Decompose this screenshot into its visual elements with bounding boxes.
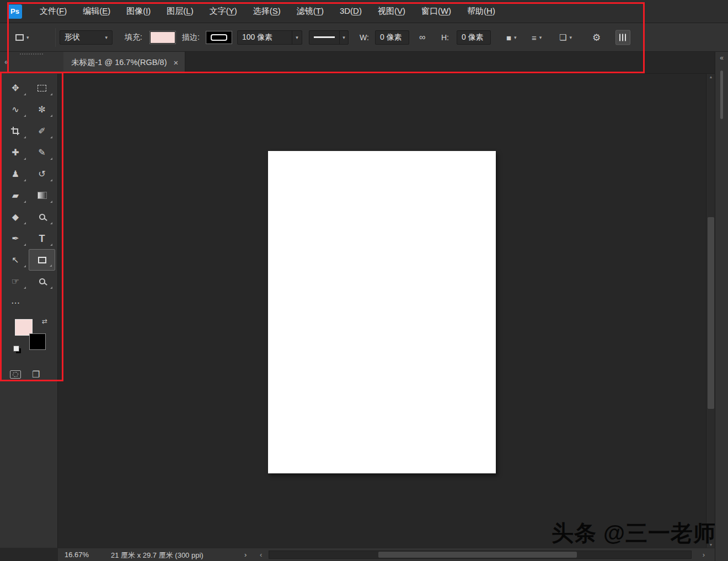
chevron-down-icon: ▾	[514, 35, 517, 40]
ellipsis-tool-icon: ⋯	[11, 299, 20, 308]
brush-tool[interactable]: ✎	[29, 142, 55, 163]
chevron-down-icon[interactable]: ▾	[339, 31, 348, 44]
background-color-swatch[interactable]	[29, 333, 46, 350]
document-tab[interactable]: 未标题-1 @ 16.7%(RGB/8) ×	[63, 52, 185, 73]
status-menu-chevron-icon[interactable]: ›	[244, 551, 247, 559]
type-tool-icon: T	[39, 234, 45, 244]
menu-item-v[interactable]: 视图(V)	[378, 6, 405, 17]
tool-panel-bottom: ❐	[0, 366, 57, 382]
path-arrangement-icon: ❏	[559, 33, 566, 42]
gradient-tool[interactable]	[29, 185, 55, 206]
current-tool-icon	[15, 34, 24, 41]
stroke-preview-icon	[211, 34, 227, 41]
color-controls: ⇄	[0, 319, 57, 365]
hand-tool[interactable]: ☞	[2, 271, 29, 292]
screen-mode-button[interactable]: ❐	[32, 369, 40, 380]
pen-tool[interactable]: ✒	[2, 228, 29, 249]
fill-label: 填充:	[125, 33, 142, 42]
dock-scrollbar-thumb[interactable]	[720, 71, 723, 119]
tool-panel-header: «	[0, 52, 63, 74]
menu-item-w[interactable]: 窗口(W)	[421, 6, 451, 17]
scroll-left-icon[interactable]: ‹	[260, 551, 262, 559]
stroke-style-select[interactable]: ▾	[309, 30, 349, 45]
menu-item-s[interactable]: 选择(S)	[253, 6, 281, 17]
width-input[interactable]: 0 像素	[375, 30, 409, 45]
path-arrangement-button[interactable]: ❏ ▾	[559, 33, 572, 42]
vertical-scrollbar[interactable]: ▲ ▼	[706, 74, 715, 548]
dodge-tool-icon	[39, 214, 45, 220]
stroke-style-preview-icon	[314, 36, 335, 38]
close-tab-icon[interactable]: ×	[173, 58, 178, 67]
link-dimensions-icon[interactable]: ∞	[419, 33, 425, 42]
menu-item-i[interactable]: 图像(I)	[126, 6, 151, 17]
spot-healing-brush-tool[interactable]: ✚	[2, 142, 29, 163]
swap-colors-icon[interactable]: ⇄	[42, 317, 47, 325]
magic-wand-tool[interactable]: ✼	[29, 99, 55, 120]
height-input[interactable]: 0 像素	[457, 30, 491, 45]
menu-item-l[interactable]: 图层(L)	[167, 6, 193, 17]
eraser-tool-icon: ▰	[12, 191, 19, 200]
crop-tool[interactable]	[2, 120, 29, 142]
menu-item-f[interactable]: 文件(F)	[40, 6, 67, 17]
shape-mode-select[interactable]: 形状 ▾	[60, 30, 113, 45]
width-label: W:	[360, 33, 369, 42]
stroke-color-swatch[interactable]	[206, 31, 232, 44]
blur-tool[interactable]: ◆	[2, 206, 29, 228]
menu-item-t[interactable]: 滤镜(T)	[297, 6, 324, 17]
menu-item-y[interactable]: 文字(Y)	[210, 6, 237, 17]
stroke-width-combo[interactable]: 100 像素 ▾	[237, 30, 302, 45]
options-bar: ▾ 形状 ▾ 填充: 描边: 100 像素 ▾ ▾ W: 0 像素 ∞ H: 0…	[0, 23, 728, 52]
document-canvas[interactable]	[268, 151, 496, 473]
tool-preset-picker[interactable]: ▾	[15, 34, 29, 41]
fill-color-swatch[interactable]	[150, 31, 175, 44]
panel-grip[interactable]	[20, 53, 43, 55]
scroll-up-icon[interactable]: ▲	[706, 75, 715, 79]
eraser-tool[interactable]: ▰	[2, 185, 29, 206]
stroke-width-value: 100 像素	[238, 31, 292, 44]
default-colors-icon[interactable]	[13, 346, 22, 354]
tool-settings-button[interactable]: ⚙	[592, 31, 601, 43]
type-tool[interactable]: T	[29, 228, 55, 249]
document-tab-title: 未标题-1 @ 16.7%(RGB/8)	[71, 57, 167, 68]
horizontal-scrollbar[interactable]	[269, 551, 692, 559]
menu-items: 文件(F)编辑(E)图像(I)图层(L)文字(Y)选择(S)滤镜(T)3D(D)…	[40, 6, 511, 17]
tool-grid: ✥∿✼✐✚✎♟↺▰◆✒T↖☞⋯	[0, 74, 57, 314]
lasso-tool[interactable]: ∿	[2, 99, 29, 120]
menu-item-h[interactable]: 帮助(H)	[467, 6, 495, 17]
magic-wand-tool-icon: ✼	[38, 105, 45, 114]
horizontal-scrollbar-thumb[interactable]	[378, 552, 577, 558]
ellipsis-tool[interactable]: ⋯	[2, 292, 29, 314]
rectangular-marquee-tool[interactable]	[29, 77, 55, 99]
lasso-tool-icon: ∿	[12, 105, 19, 114]
path-selection-tool[interactable]: ↖	[2, 249, 29, 271]
zoom-level-field[interactable]: 16.67%	[65, 551, 89, 559]
status-bar: 16.67% 21 厘米 x 29.7 厘米 (300 ppi) › ‹ ›	[58, 548, 715, 561]
dodge-tool[interactable]	[29, 206, 55, 228]
move-tool[interactable]: ✥	[2, 77, 29, 99]
chevron-down-icon: ▾	[26, 35, 29, 40]
zoom-tool[interactable]	[29, 271, 55, 292]
chevron-down-icon[interactable]: ▾	[292, 31, 302, 44]
photoshop-window: Ps 文件(F)编辑(E)图像(I)图层(L)文字(Y)选择(S)滤镜(T)3D…	[0, 0, 728, 561]
align-edges-toggle[interactable]	[615, 30, 630, 45]
tool-panel: ✥∿✼✐✚✎♟↺▰◆✒T↖☞⋯ ⇄ ❐	[0, 74, 58, 548]
rectangular-marquee-tool-icon	[38, 85, 46, 91]
menu-bar: Ps 文件(F)编辑(E)图像(I)图层(L)文字(Y)选择(S)滤镜(T)3D…	[0, 0, 728, 23]
menu-item-d[interactable]: 3D(D)	[340, 6, 362, 17]
quick-mask-button[interactable]	[10, 370, 21, 379]
expand-panels-icon[interactable]: «	[715, 52, 728, 62]
blur-tool-icon: ◆	[12, 213, 19, 222]
spot-healing-brush-tool-icon: ✚	[12, 148, 19, 157]
path-operations-button[interactable]: ■ ▾	[506, 33, 517, 42]
pen-tool-icon: ✒	[12, 234, 19, 243]
scroll-right-icon[interactable]: ›	[703, 551, 705, 559]
menu-item-e[interactable]: 编辑(E)	[83, 6, 110, 17]
collapse-panel-button[interactable]: «	[4, 57, 9, 66]
rectangle-tool[interactable]	[29, 249, 55, 271]
clone-stamp-tool[interactable]: ♟	[2, 163, 29, 185]
vertical-scrollbar-thumb[interactable]	[708, 217, 714, 409]
eyedropper-tool-icon: ✐	[38, 127, 45, 136]
eyedropper-tool[interactable]: ✐	[29, 120, 55, 142]
history-brush-tool[interactable]: ↺	[29, 163, 55, 185]
path-alignment-button[interactable]: ≡ ▾	[532, 33, 542, 42]
